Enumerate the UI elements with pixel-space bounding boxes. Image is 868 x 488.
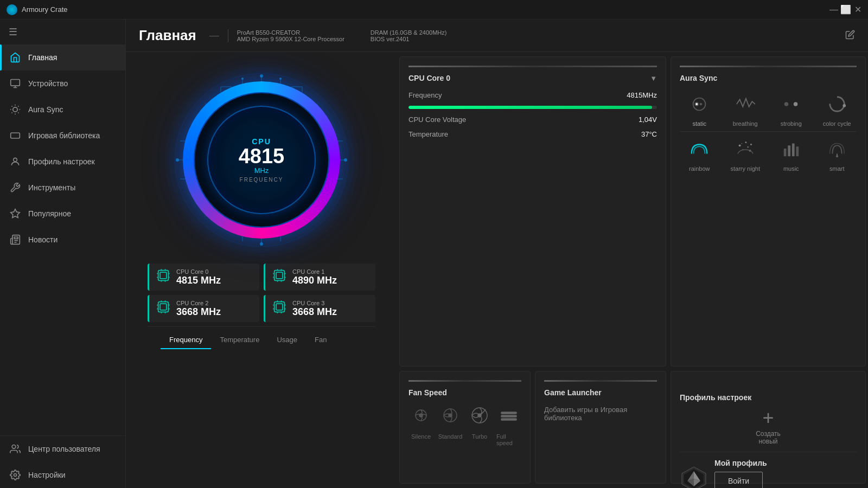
svg-point-84 (738, 144, 741, 146)
fan-label-full-speed: Full speed (496, 433, 521, 446)
svg-point-90 (747, 146, 749, 148)
app-logo (7, 4, 17, 15)
static-icon (686, 91, 712, 117)
cpu-info: AMD Ryzen 9 5900X 12-Core Processor (237, 36, 344, 42)
sidebar-label-aura: Aura Sync (28, 105, 63, 114)
aura-item-strobing[interactable]: strobing (771, 91, 811, 127)
svg-rect-93 (792, 144, 795, 157)
user-center-icon (9, 442, 22, 455)
login-button[interactable]: Войти (714, 472, 763, 488)
cpu-unit: MHz (254, 166, 269, 175)
temp-label: Temperature (409, 130, 448, 138)
cpu-stats-title: CPU Core 0 (409, 74, 450, 82)
aura-item-music[interactable]: music (771, 136, 811, 172)
aura-label-rainbow: rainbow (689, 165, 710, 172)
header-info-right: DRAM (16.0GB & 2400MHz) BIOS ver.2401 (371, 29, 447, 42)
create-new-label-1: Создать (756, 430, 781, 438)
bios-info: BIOS ver.2401 (371, 36, 447, 42)
sidebar-label-popular: Популярное (28, 209, 71, 218)
aura-item-color-cycle[interactable]: color cycle (818, 91, 857, 127)
bottom-tabs: Frequency Temperature Usage Fan (148, 326, 375, 349)
tab-fan[interactable]: Fan (306, 331, 335, 349)
freq-value: 4815MHz (627, 91, 657, 99)
aura-item-static[interactable]: static (680, 91, 719, 127)
fan-item-full-speed[interactable]: Full speed (496, 406, 521, 446)
core-tile-info-1: CPU Core 1 4890 MHz (292, 268, 337, 286)
svg-rect-58 (160, 304, 167, 310)
svg-rect-0 (11, 80, 20, 86)
cpu-freq-label: FREQUENCY (240, 177, 284, 183)
svg-point-100 (449, 414, 452, 417)
fan-item-standard[interactable]: Standard (438, 406, 463, 446)
stat-row-voltage: CPU Core Voltage 1,04V (409, 115, 657, 124)
core-name-1: CPU Core 1 (292, 268, 337, 275)
close-button[interactable]: ✕ (854, 6, 861, 14)
aura-grid-2: rainbow (680, 136, 857, 172)
aura-item-rainbow[interactable]: rainbow (680, 136, 719, 172)
svg-point-5 (14, 158, 17, 162)
core-tile-info-0: CPU Core 0 4815 MHz (176, 268, 221, 286)
news-icon (9, 233, 22, 246)
cpu-frequency: 4815 (239, 146, 285, 166)
main-content: Главная — ProArt B550-CREATOR AMD Ryzen … (126, 20, 868, 488)
fan-item-turbo[interactable]: Turbo (467, 406, 492, 446)
silence-fan-icon (411, 406, 431, 429)
sidebar-item-aura[interactable]: Aura Sync (0, 97, 125, 123)
strobing-icon (778, 91, 804, 117)
sidebar-item-tools[interactable]: Инструменты (0, 175, 125, 201)
aura-item-starry-night[interactable]: starry night (726, 136, 765, 172)
svg-rect-38 (160, 272, 167, 279)
sidebar-item-popular[interactable]: Популярное (0, 201, 125, 227)
sidebar-item-profiles[interactable]: Профиль настроек (0, 149, 125, 175)
sidebar-item-settings[interactable]: Настройки (0, 462, 125, 488)
hamburger-menu[interactable]: ☰ (0, 20, 125, 44)
svg-point-86 (750, 144, 752, 145)
maximize-button[interactable]: ⬜ (842, 6, 850, 14)
games-icon (9, 129, 22, 142)
sidebar-label-news: Новости (28, 235, 58, 244)
header-edit-button[interactable] (845, 30, 855, 42)
rainbow-icon (686, 136, 712, 162)
tab-usage[interactable]: Usage (268, 331, 306, 349)
cpu-outer-glow: CPU 4815 MHz FREQUENCY (183, 81, 340, 239)
svg-point-3 (13, 107, 17, 112)
window-controls: — ⬜ ✕ (830, 6, 861, 14)
cpu-middle-ring: CPU 4815 MHz FREQUENCY (194, 92, 329, 228)
tab-temperature[interactable]: Temperature (211, 331, 268, 349)
aura-panel: Aura Sync (671, 56, 866, 367)
sidebar-item-news[interactable]: Новости (0, 227, 125, 253)
svg-point-80 (700, 103, 702, 105)
core-grid: CPU Core 0 4815 MHz (148, 264, 375, 322)
svg-rect-48 (276, 272, 283, 279)
sidebar-item-home[interactable]: Главная (0, 44, 125, 70)
standard-fan-icon (441, 406, 460, 429)
fan-item-silence[interactable]: Silence (409, 406, 433, 446)
svg-point-79 (696, 103, 698, 105)
aura-item-breathing[interactable]: breathing (726, 91, 765, 127)
core-tile-info-2: CPU Core 2 3668 MHz (176, 300, 221, 318)
create-new-button[interactable]: + Создать новый (680, 408, 857, 445)
cpu-stats-dropdown[interactable]: ▼ (650, 74, 657, 82)
sidebar-bottom: Центр пользователя Настройки (0, 435, 125, 488)
sidebar-item-games[interactable]: Игровая библиотека (0, 123, 125, 149)
page-title: Главная (139, 27, 196, 44)
svg-point-96 (836, 155, 838, 157)
sidebar-item-device[interactable]: Устройство (0, 70, 125, 97)
aura-item-smart[interactable]: smart (818, 136, 857, 172)
sidebar-label-tools: Инструменты (28, 183, 75, 192)
tab-frequency[interactable]: Frequency (161, 331, 211, 349)
fan-label-silence: Silence (411, 433, 431, 440)
app-title: Armoury Crate (22, 5, 68, 14)
sidebar-item-user-center[interactable]: Центр пользователя (0, 436, 125, 462)
aura-label-smart: smart (829, 165, 845, 172)
create-new-label-2: новый (758, 438, 777, 445)
sidebar-label-home: Главная (28, 53, 57, 62)
minimize-button[interactable]: — (830, 6, 838, 14)
right-panels: CPU Core 0 ▼ Frequency 4815MHz CPU Core … (397, 52, 868, 488)
aura-grid: static breathing (680, 91, 857, 127)
sidebar-label-user-center: Центр пользователя (28, 445, 100, 453)
full-speed-fan-icon (499, 406, 519, 429)
settings-icon (9, 468, 22, 481)
asus-logo (680, 465, 708, 488)
aura-icon (9, 103, 22, 116)
